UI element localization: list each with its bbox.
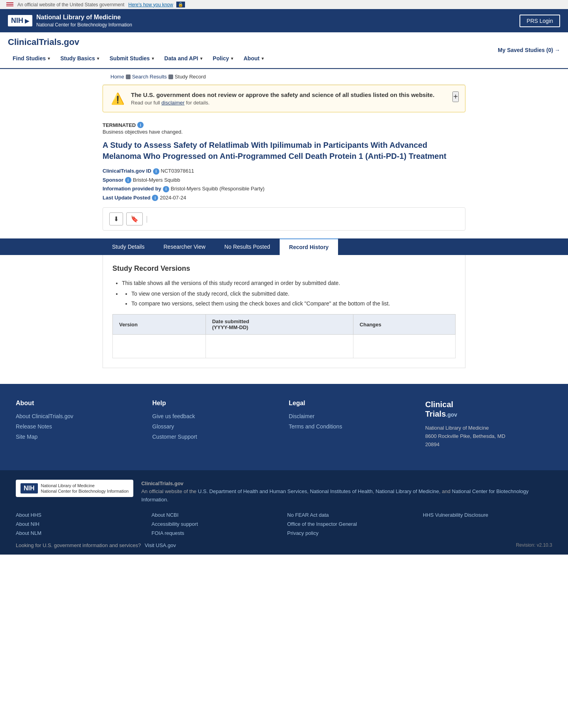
update-info-icon[interactable]: i <box>152 195 158 201</box>
gov-text: Looking for U.S. government information … <box>16 542 141 548</box>
warning-box: ⚠️ The U.S. government does not review o… <box>103 85 465 112</box>
nih-footer-logo: NIH National Library of Medicine Nationa… <box>16 480 133 497</box>
nih-logo-box: NIH ▶ <box>8 15 32 26</box>
col-version: Version <box>113 315 206 335</box>
submit-studies-dropdown-icon: ▼ <box>151 56 155 61</box>
meta-info-provider: Information provided by i Bristol-Myers … <box>103 186 465 192</box>
nih-library-name: National Library of Medicine <box>36 13 132 22</box>
table-header-row: Version Date submitted(YYYY-MM-DD) Chang… <box>113 315 456 335</box>
gov-banner: An official website of the United States… <box>0 0 568 9</box>
nav-study-basics[interactable]: Study Basics ▼ <box>56 52 105 65</box>
empty-cell-2 <box>206 335 353 358</box>
warning-expand-button[interactable]: + <box>452 91 459 102</box>
nih-arrow-icon: ▶ <box>25 18 29 24</box>
update-label[interactable]: Last Update Posted <box>103 195 150 201</box>
nav-policy[interactable]: Policy ▼ <box>208 52 239 65</box>
footer-disclaimer-link[interactable]: Disclaimer <box>289 413 416 419</box>
footer-help-col: Help Give us feedback Glossary Customer … <box>152 400 279 449</box>
tabs-bar: Study Details Researcher View No Results… <box>0 238 568 255</box>
footer-bottom: NIH National Library of Medicine Nationa… <box>0 470 568 555</box>
download-button[interactable]: ⬇ <box>109 212 123 225</box>
ct-id-label[interactable]: ClinicalTrials.gov ID <box>103 168 151 174</box>
footer-legal-col: Legal Disclaimer Terms and Conditions <box>289 400 416 449</box>
meta-sponsor: Sponsor i Bristol-Myers Squibb <box>103 177 465 184</box>
meta-update: Last Update Posted i 2024-07-24 <box>103 195 465 201</box>
data-api-dropdown-icon: ▼ <box>199 56 203 61</box>
nav-data-api[interactable]: Data and API ▼ <box>160 52 208 65</box>
footer-bottom-desc: ClinicalTrials.gov An official website o… <box>141 480 552 504</box>
footer-accessibility[interactable]: Accessibility support <box>151 521 281 527</box>
footer-ct-logo: ClinicalTrials.gov <box>425 400 457 419</box>
breadcrumb-sep-2 <box>168 74 173 79</box>
footer-inspector[interactable]: Office of the Inspector General <box>287 521 417 527</box>
footer-feedback-link[interactable]: Give us feedback <box>152 413 279 419</box>
footer-about-nih[interactable]: About NIH <box>16 521 145 527</box>
study-title: A Study to Assess Safety of Relatlimab W… <box>103 140 465 162</box>
meta-id: ClinicalTrials.gov ID i NCT03978611 <box>103 168 465 175</box>
empty-cell-3 <box>353 335 455 358</box>
study-basics-dropdown-icon: ▼ <box>96 56 100 61</box>
tab-record-history[interactable]: Record History <box>280 238 338 255</box>
footer-nih-link[interactable]: National Institutes of Health <box>310 488 373 494</box>
gov-banner-link[interactable]: Here's how you know <box>128 2 173 7</box>
footer-hhs-link[interactable]: U.S. Department of Health and Human Serv… <box>198 488 307 494</box>
footer-about-heading: About <box>16 400 143 407</box>
saved-studies-link[interactable]: My Saved Studies (0) → <box>498 47 560 53</box>
footer-ct-name: ClinicalTrials.gov <box>141 480 183 486</box>
sub-bullet-1: To view one version of the study record,… <box>131 290 456 298</box>
warning-subtext: Read our full disclaimer for details. <box>131 100 457 106</box>
prs-login-button[interactable]: PRS Login <box>519 15 560 27</box>
tab-study-details[interactable]: Study Details <box>103 238 154 255</box>
info-value: Bristol-Myers Squibb (Responsible Party) <box>171 186 265 192</box>
tab-no-results[interactable]: No Results Posted <box>215 238 280 255</box>
nih-box-footer: NIH <box>21 483 38 493</box>
footer-no-fear[interactable]: No FEAR Act data <box>287 512 417 518</box>
sponsor-info-icon[interactable]: i <box>125 177 131 183</box>
footer-about-nlm[interactable]: About NLM <box>16 530 145 536</box>
footer-terms-link[interactable]: Terms and Conditions <box>289 423 416 430</box>
nav-submit-studies[interactable]: Submit Studies ▼ <box>105 52 160 65</box>
tab-researcher-view[interactable]: Researcher View <box>154 238 215 255</box>
info-icon-meta[interactable]: i <box>163 186 169 192</box>
disclaimer-link[interactable]: disclaimer <box>161 100 185 106</box>
footer-address: National Library of Medicine8600 Rockvil… <box>425 424 505 449</box>
footer-links-grid: About HHS About NCBI No FEAR Act data HH… <box>16 512 552 536</box>
footer-support-link[interactable]: Customer Support <box>152 434 279 440</box>
footer-about-hhs[interactable]: About HHS <box>16 512 145 518</box>
flag-icon <box>6 2 13 7</box>
info-label[interactable]: Information provided by <box>103 186 161 192</box>
status-info-icon[interactable]: i <box>137 122 144 128</box>
nav-about[interactable]: About ▼ <box>239 52 269 65</box>
breadcrumb-home[interactable]: Home <box>110 74 124 80</box>
footer-nlm-link[interactable]: National Library of Medicine <box>376 488 439 494</box>
nav-find-studies[interactable]: Find Studies ▼ <box>8 52 56 65</box>
breadcrumb-search-results[interactable]: Search Results <box>132 74 167 80</box>
footer-site-map-link[interactable]: Site Map <box>16 434 143 440</box>
footer-privacy[interactable]: Privacy policy <box>287 530 417 536</box>
study-meta: ClinicalTrials.gov ID i NCT03978611 Spon… <box>103 168 465 201</box>
policy-dropdown-icon: ▼ <box>230 56 234 61</box>
footer-about-ncbi[interactable]: About NCBI <box>151 512 281 518</box>
usa-gov-link[interactable]: Visit USA.gov <box>145 542 176 548</box>
about-dropdown-icon: ▼ <box>261 56 265 61</box>
bookmark-button[interactable]: 🔖 <box>126 212 143 225</box>
clinicaltrials-logo[interactable]: ClinicalTrials.gov <box>8 32 269 49</box>
breadcrumb-sep-1 <box>126 74 131 79</box>
bullet-1: This table shows all the versions of thi… <box>122 279 456 287</box>
ct-id-info-icon[interactable]: i <box>153 168 159 175</box>
footer-empty <box>423 521 552 527</box>
footer-release-notes-link[interactable]: Release Notes <box>16 423 143 430</box>
warning-text: The U.S. government does not review or a… <box>131 91 457 106</box>
sponsor-label[interactable]: Sponsor <box>103 177 123 183</box>
versions-table: Version Date submitted(YYYY-MM-DD) Chang… <box>112 314 456 358</box>
footer-glossary-link[interactable]: Glossary <box>152 423 279 430</box>
footer-foia[interactable]: FOIA requests <box>151 530 281 536</box>
footer-about-ct-link[interactable]: About ClinicalTrials.gov <box>16 413 143 419</box>
table-empty-row <box>113 335 456 358</box>
footer-hhs-vuln[interactable]: HHS Vulnerability Disclosure <box>423 512 552 518</box>
action-bar: ⬇ 🔖 | <box>103 207 465 231</box>
status-badge: TERMINATED i <box>103 122 465 128</box>
site-nav: ClinicalTrials.gov Find Studies ▼ Study … <box>0 32 568 68</box>
breadcrumb: Home Search Results Study Record <box>103 69 465 85</box>
nih-abbrev: NIH <box>11 17 23 25</box>
